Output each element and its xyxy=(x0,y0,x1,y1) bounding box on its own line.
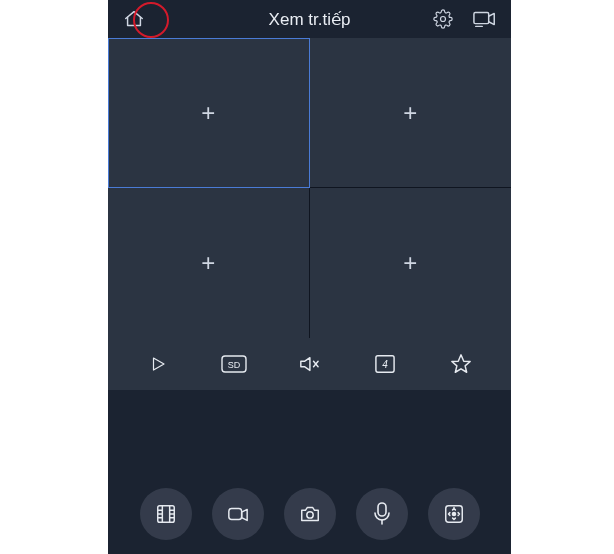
home-button[interactable] xyxy=(120,5,148,33)
layout-grid-icon: 4 xyxy=(374,354,396,374)
home-icon xyxy=(123,8,145,30)
svg-marker-3 xyxy=(153,358,164,370)
camera-stream-icon xyxy=(473,10,497,28)
player-toolbar: SD 4 xyxy=(108,338,511,390)
add-camera-icon: + xyxy=(403,251,417,275)
device-stream-button[interactable] xyxy=(471,5,499,33)
svg-rect-1 xyxy=(474,13,489,24)
quality-button[interactable]: SD xyxy=(212,342,256,386)
camera-slot-2[interactable]: + xyxy=(310,38,512,188)
app-frame: Xem tr.tiếp + + xyxy=(108,0,511,554)
gear-icon xyxy=(433,9,453,29)
favorite-button[interactable] xyxy=(439,342,483,386)
camera-grid: + + + + xyxy=(108,38,511,338)
play-icon xyxy=(149,355,167,373)
ptz-button[interactable] xyxy=(428,488,480,540)
layout-button[interactable]: 4 xyxy=(363,342,407,386)
settings-button[interactable] xyxy=(429,5,457,33)
bottom-dock xyxy=(108,488,511,540)
camera-icon xyxy=(299,504,321,524)
record-button[interactable] xyxy=(212,488,264,540)
speaker-muted-icon xyxy=(298,354,320,374)
video-record-icon xyxy=(227,505,249,523)
sd-quality-icon: SD xyxy=(221,355,247,373)
camera-slot-3[interactable]: + xyxy=(108,188,310,338)
mic-button[interactable] xyxy=(356,488,408,540)
microphone-icon xyxy=(373,502,391,526)
header-bar: Xem tr.tiếp xyxy=(108,0,511,38)
add-camera-icon: + xyxy=(403,101,417,125)
svg-rect-20 xyxy=(228,509,241,520)
svg-point-0 xyxy=(441,17,446,22)
star-icon xyxy=(450,353,472,375)
camera-slot-1[interactable]: + xyxy=(108,38,310,188)
svg-text:SD: SD xyxy=(227,360,240,370)
svg-point-21 xyxy=(306,512,312,518)
snapshot-button[interactable] xyxy=(284,488,336,540)
svg-point-25 xyxy=(451,512,456,517)
add-camera-icon: + xyxy=(201,251,215,275)
film-icon xyxy=(155,503,177,525)
playback-button[interactable] xyxy=(140,488,192,540)
camera-slot-4[interactable]: + xyxy=(310,188,512,338)
mute-button[interactable] xyxy=(287,342,331,386)
ptz-control-icon xyxy=(443,503,465,525)
add-camera-icon: + xyxy=(201,101,215,125)
play-button[interactable] xyxy=(136,342,180,386)
svg-text:4: 4 xyxy=(383,359,389,370)
svg-marker-10 xyxy=(452,355,470,372)
svg-rect-22 xyxy=(378,503,386,516)
